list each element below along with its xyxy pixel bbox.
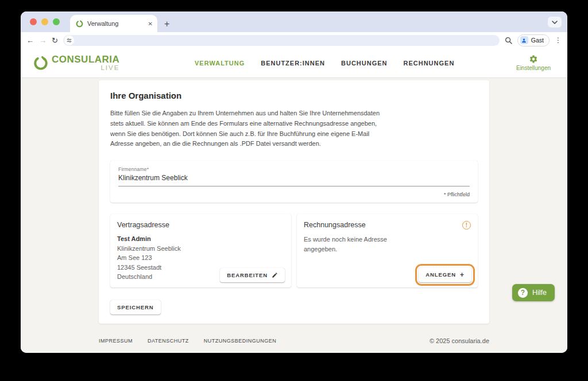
page-title: Ihre Organisation [110, 91, 478, 100]
settings-button[interactable]: Einstellungen [512, 55, 555, 71]
nav-item-benutzerinnen[interactable]: BENUTZER:INNEN [261, 60, 325, 67]
edit-address-button[interactable]: BEARBEITEN [220, 268, 285, 282]
tab-close-icon[interactable]: ✕ [148, 21, 153, 27]
footer-link-nutzungsbedingungen[interactable]: NUTZUNGSBEDINGUNGEN [204, 338, 277, 344]
reload-button[interactable]: ↻ [52, 37, 58, 44]
contract-address-line: Klinikzentrum Seeblick [117, 244, 284, 254]
new-tab-button[interactable]: + [164, 20, 169, 29]
warning-icon: ! [462, 221, 471, 230]
nav-item-verwaltung[interactable]: VERWALTUNG [195, 60, 245, 67]
company-name-card: Firmenname* Klinikzentrum Seeblick * Pfl… [110, 161, 478, 203]
page-body: Ihre Organisation Bitte füllen Sie die A… [21, 78, 567, 353]
favicon [76, 20, 83, 28]
contract-address-title: Vertragsadresse [117, 221, 284, 229]
help-button-label: Hilfe [532, 289, 547, 297]
billing-address-title: Rechnungsadresse [304, 221, 366, 229]
zoom-icon[interactable] [505, 37, 512, 44]
save-button[interactable]: SPEICHERN [110, 300, 161, 314]
help-button[interactable]: ? Hilfe [512, 284, 555, 301]
plus-icon: + [460, 271, 465, 278]
profile-label: Gast [531, 37, 544, 44]
settings-label: Einstellungen [516, 65, 551, 71]
main-nav: VERWALTUNG BENUTZER:INNEN BUCHUNGEN RECH… [177, 60, 454, 67]
address-row: Vertragsadresse Test Admin Klinikzentrum… [110, 214, 478, 287]
tab-title: Verwaltung [87, 20, 144, 27]
browser-window: Verwaltung ✕ + ← → ↻ Gast ⋮ [21, 11, 567, 353]
anlegen-highlight-ring: ANLEGEN + [415, 264, 475, 286]
tab-search-button[interactable] [548, 17, 562, 28]
required-field-note: * Pflichtfeld [118, 192, 470, 197]
billing-address-empty-text: Es wurde noch keine Adresse angegeben. [304, 235, 396, 254]
gear-icon [529, 55, 538, 64]
profile-chip[interactable]: Gast [517, 34, 550, 46]
maximize-window-button[interactable] [53, 18, 60, 25]
page-footer: IMPRESSUM DATENSCHUTZ NUTZUNGSBEDINGUNGE… [99, 337, 489, 344]
app-header: CONSULARIA LIVE VERWALTUNG BENUTZER:INNE… [21, 48, 567, 78]
page-description: Bitte füllen Sie die Angaben zu Ihrem Un… [110, 108, 390, 149]
contract-address-line: Am See 123 [117, 253, 284, 263]
browser-tab[interactable]: Verwaltung ✕ [70, 15, 157, 32]
consularia-logo-icon [33, 56, 48, 71]
question-icon: ? [518, 288, 528, 298]
nav-item-rechnungen[interactable]: RECHNUNGEN [404, 60, 455, 67]
billing-address-card: Rechnungsadresse ! Es wurde noch keine A… [297, 214, 478, 287]
contract-address-name: Test Admin [117, 234, 284, 244]
footer-link-impressum[interactable]: IMPRESSUM [99, 338, 133, 344]
nav-item-buchungen[interactable]: BUCHUNGEN [341, 60, 388, 67]
window-controls [21, 11, 68, 32]
address-bar[interactable] [63, 35, 500, 46]
browser-menu-icon[interactable]: ⋮ [555, 36, 562, 44]
organisation-card: Ihre Organisation Bitte füllen Sie die A… [99, 80, 489, 324]
pencil-icon [272, 272, 278, 278]
create-address-button[interactable]: ANLEGEN + [419, 267, 471, 282]
close-window-button[interactable] [30, 18, 37, 25]
back-button[interactable]: ← [26, 37, 34, 44]
copyright-text: © 2025 consularia.de [430, 337, 489, 344]
logo-sub: LIVE [100, 65, 119, 72]
company-name-input[interactable]: Klinikzentrum Seeblick [118, 172, 470, 186]
billing-address-head: Rechnungsadresse ! [304, 221, 471, 230]
company-name-label: Firmenname* [118, 166, 470, 172]
contract-address-card: Vertragsadresse Test Admin Klinikzentrum… [110, 214, 291, 287]
edit-button-label: BEARBEITEN [227, 272, 268, 278]
footer-link-datenschutz[interactable]: DATENSCHUTZ [148, 338, 189, 344]
tab-strip: Verwaltung ✕ + [21, 11, 567, 32]
logo-text: CONSULARIA LIVE [52, 55, 119, 72]
profile-avatar-icon [520, 36, 528, 44]
logo-name: CONSULARIA [52, 55, 119, 64]
minimize-window-button[interactable] [41, 18, 48, 25]
save-button-label: SPEICHERN [117, 304, 154, 310]
forward-button: → [39, 37, 47, 44]
create-button-label: ANLEGEN [425, 271, 456, 278]
site-settings-icon[interactable] [64, 36, 74, 45]
app-logo: CONSULARIA LIVE [33, 55, 119, 72]
browser-toolbar: ← → ↻ Gast ⋮ [21, 32, 567, 48]
